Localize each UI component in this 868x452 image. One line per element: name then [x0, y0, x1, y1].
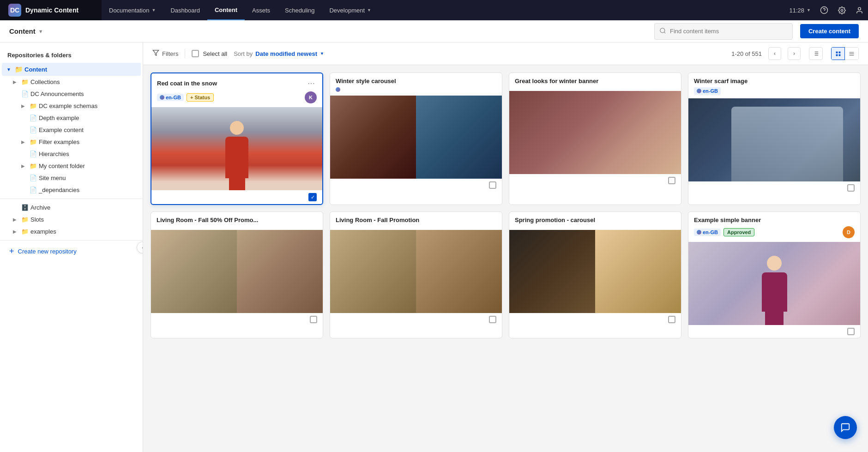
folder-icon: 📁: [30, 102, 37, 109]
nav-item-development[interactable]: Development ▼: [322, 0, 379, 20]
sidebar-item-dc-example-schemas[interactable]: ▶ 📁 DC example schemas: [2, 100, 141, 112]
content-card-3[interactable]: Great looks for winter banner: [509, 72, 681, 205]
sort-value: Date modified newest: [255, 50, 317, 57]
file-icon: 📄: [30, 175, 37, 181]
card-menu-icon-4[interactable]: [851, 80, 855, 82]
card-menu-icon-5[interactable]: [313, 219, 317, 221]
card-menu-icon-3[interactable]: [672, 80, 675, 82]
svg-marker-6: [153, 50, 159, 55]
sort-by-button[interactable]: Sort by Date modified newest ▼: [234, 50, 324, 57]
nav-time: 11:28 ▼: [785, 7, 815, 14]
search-box[interactable]: [654, 23, 793, 40]
card-avatar-8: D: [843, 226, 855, 238]
nav-item-documentation[interactable]: Documentation ▼: [102, 0, 163, 20]
sidebar-item-dependancies[interactable]: 📄 _dependancies: [2, 184, 141, 196]
card-checkbox-7[interactable]: [668, 316, 675, 323]
card-lang-badge-8: en-GB: [694, 229, 721, 236]
search-input[interactable]: [670, 28, 788, 35]
card-title-4: Winter scarf image: [694, 78, 747, 84]
folder-icon: 📁: [21, 228, 29, 235]
card-menu-icon-7[interactable]: [672, 219, 675, 221]
chevron-down-icon: ▼: [6, 67, 13, 72]
help-icon-btn[interactable]: [815, 0, 833, 20]
repos-folders-header: Repositories & folders: [0, 47, 143, 62]
card-checkbox-2[interactable]: [489, 181, 496, 189]
content-card-1[interactable]: Red coat in the snow ⋯ en-GB + Status K: [151, 72, 323, 205]
sidebar-item-my-content-folder[interactable]: ▶ 📁 My content folder: [2, 160, 141, 172]
nav-item-assets[interactable]: Assets: [245, 0, 277, 20]
filters-label: Filters: [162, 50, 178, 57]
card-approved-badge-8: Approved: [723, 228, 754, 236]
sidebar-item-hierarchies[interactable]: 📄 Hierarchies: [2, 148, 141, 160]
card-title-3: Great looks for winter banner: [515, 78, 598, 84]
top-nav: DC Dynamic Content Documentation ▼ Dashb…: [0, 0, 868, 20]
select-all-label: Select all: [203, 50, 227, 57]
settings-icon-btn[interactable]: [833, 0, 850, 20]
chevron-right-icon: ▶: [21, 139, 28, 145]
card-checkbox-8[interactable]: [847, 328, 855, 335]
svg-point-3: [858, 7, 861, 10]
folder-icon: 📁: [15, 66, 23, 73]
card-image-2: [330, 96, 502, 179]
nav-item-content[interactable]: Content: [207, 0, 245, 20]
sidebar-item-collections[interactable]: ▶ 📁 Collections: [2, 76, 141, 88]
sidebar-item-examples[interactable]: ▶ 📁 examples: [2, 226, 141, 237]
list-view-button[interactable]: [845, 47, 859, 60]
sidebar-item-archive[interactable]: 🗄️ Archive: [2, 202, 141, 213]
select-all-checkbox[interactable]: Select all: [192, 50, 227, 57]
user-avatar-btn[interactable]: [850, 0, 868, 20]
logo-icon: DC: [8, 4, 21, 17]
content-card-2[interactable]: Winter style carousel: [330, 72, 502, 205]
card-checkbox-6[interactable]: [489, 316, 496, 323]
content-card-5[interactable]: Living Room - Fall 50% Off Promo...: [151, 211, 323, 338]
svg-rect-16: [838, 54, 840, 56]
content-card-6[interactable]: Living Room - Fall Promotion: [330, 211, 502, 338]
chevron-right-icon: ▶: [13, 217, 19, 222]
sidebar-item-dc-announcements[interactable]: 📄 DC Announcements: [2, 88, 141, 100]
sidebar-item-site-menu[interactable]: 📄 Site menu: [2, 172, 141, 184]
content-card-4[interactable]: Winter scarf image en-GB: [688, 72, 861, 205]
chat-bubble[interactable]: [834, 416, 857, 439]
card-menu-icon-6[interactable]: [493, 219, 496, 221]
svg-rect-15: [836, 54, 838, 56]
card-checkbox-5[interactable]: [310, 316, 317, 323]
card-lang-badge-1: en-GB: [157, 94, 184, 101]
card-checkbox-3[interactable]: [668, 177, 675, 184]
file-icon: 📄: [30, 187, 37, 193]
create-repository-button[interactable]: + Create new repository: [2, 243, 141, 259]
card-checkbox-1[interactable]: ✓: [308, 193, 317, 201]
sidebar-item-depth-example[interactable]: 📄 Depth example: [2, 112, 141, 124]
content-card-8[interactable]: Example simple banner en-GB Approved D: [688, 211, 861, 338]
content-toolbar: Filters Select all Sort by Date modified…: [143, 42, 868, 65]
chevron-right-icon: ▶: [21, 163, 28, 169]
folder-icon: 📁: [21, 216, 29, 223]
create-content-button[interactable]: Create content: [800, 24, 859, 38]
sort-label: Sort by: [234, 50, 253, 57]
content-card-7[interactable]: Spring promotion - carousel: [509, 211, 681, 338]
breadcrumb-caret-icon: ▼: [38, 29, 43, 34]
card-menu-icon-2[interactable]: [493, 80, 496, 82]
filters-button[interactable]: Filters: [152, 49, 178, 58]
filter-config-button[interactable]: [809, 47, 823, 60]
card-checkbox-4[interactable]: [847, 184, 855, 192]
card-menu-icon-1[interactable]: ⋯: [306, 78, 317, 89]
sidebar-item-example-content[interactable]: 📄 Example content: [2, 124, 141, 136]
file-icon: 📄: [21, 90, 29, 97]
sidebar-item-slots[interactable]: ▶ 📁 Slots: [2, 214, 141, 225]
nav-item-scheduling[interactable]: Scheduling: [277, 0, 322, 20]
card-menu-icon-8[interactable]: [851, 219, 855, 221]
breadcrumb-content[interactable]: Content ▼: [9, 27, 43, 35]
nav-logo[interactable]: DC Dynamic Content: [0, 0, 102, 20]
folder-icon: 📁: [30, 139, 37, 145]
prev-page-button[interactable]: ‹: [768, 47, 781, 60]
sidebar-item-content[interactable]: ▼ 📁 Content: [2, 63, 141, 76]
file-icon: 📄: [30, 115, 37, 121]
folder-icon: 📁: [21, 78, 29, 85]
sidebar-item-filter-examples[interactable]: ▶ 📁 Filter examples: [2, 136, 141, 148]
grid-view-button[interactable]: [831, 47, 845, 60]
next-page-button[interactable]: ›: [788, 47, 801, 60]
card-title-7: Spring promotion - carousel: [515, 217, 595, 223]
svg-rect-14: [838, 51, 840, 53]
chevron-right-icon: ▶: [21, 103, 28, 108]
nav-item-dashboard[interactable]: Dashboard: [163, 0, 207, 20]
